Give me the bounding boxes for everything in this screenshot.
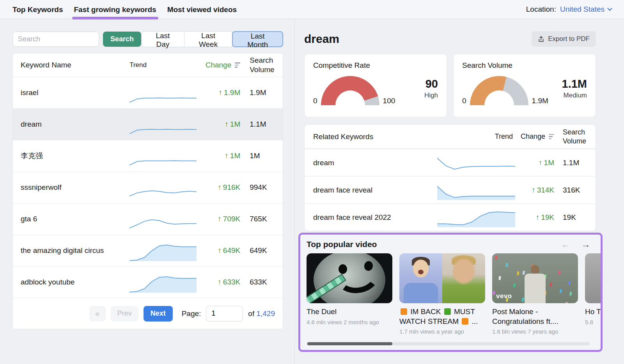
trend-sparkline [129,148,197,166]
smiley-mask-graphic [314,253,385,303]
search-button[interactable]: Search [103,32,141,47]
up-arrow-icon: ↑ [218,278,222,286]
panel-divider [294,19,295,364]
gauge-value: 1.1M [562,78,587,90]
video-title[interactable]: The Duel [307,307,392,317]
search-input[interactable] [12,32,99,47]
carousel-forward-arrow-icon[interactable]: → [581,240,590,249]
page-number-input[interactable] [206,306,243,322]
gauge-level: High [424,92,438,99]
keyword-name: dream face reveal [313,186,433,194]
filter-last-month[interactable]: Last Month [232,31,283,47]
related-keywords-header: Related Keywords Trend Change Search Vol… [305,125,596,149]
trend-sparkline [129,275,197,293]
page-total: of 1,429 [248,309,275,318]
streamer-left-graphic [399,253,442,303]
export-label: Export to PDF [548,35,590,43]
video-thumbnail[interactable] [585,253,603,303]
video-card[interactable]: IM BACK MUST WATCH STREAM ... 1.7 mln vi… [399,253,485,335]
related-keyword-row[interactable]: dream ↑1M 1.1M [305,149,596,176]
related-keyword-row[interactable]: dream face reveal ↑314K 316K [305,176,596,203]
page-label: Page: [182,309,201,318]
detail-header: dream Export to PDF [304,30,596,48]
sort-descending-icon[interactable] [549,134,554,140]
video-card[interactable]: Ho TO 5.8 [585,253,603,335]
prev-page-button[interactable]: Prev [111,306,138,322]
sort-descending-icon[interactable] [235,62,240,68]
header-change-label: Change [521,133,545,141]
up-arrow-icon: ↑ [218,246,222,255]
location-selector[interactable]: Location: United States [526,5,612,14]
up-arrow-icon: ↑ [225,152,229,160]
video-title[interactable]: Ho TO [585,307,603,317]
video-title[interactable]: IM BACK MUST WATCH STREAM ... [399,307,485,326]
related-keywords-card: Related Keywords Trend Change Search Vol… [304,124,596,231]
search-volume-value: 765K [240,215,277,223]
gauge-value: 90 [424,78,438,90]
up-arrow-icon: ↑ [225,120,229,129]
related-keyword-row[interactable]: dream face reveal 2022 ↑19K 19K [305,203,596,231]
section-title: Top popular video [307,240,377,249]
table-row-selected[interactable]: dream ↑1M 1.1M [13,108,283,140]
keyword-name: dream face reveal 2022 [313,213,433,222]
keyword-name: dream [21,120,129,129]
header-trend: Trend [129,61,199,69]
keyword-name: dream [313,159,433,167]
trend-sparkline [129,212,197,230]
keyword-name: adblock youtube [21,278,129,286]
export-icon [538,36,544,42]
table-row[interactable]: 李克强 ↑1M 1M [13,140,283,171]
keyword-name: israel [21,88,129,97]
search-volume-value: 649K [240,246,277,255]
trend-sparkline [437,210,515,227]
change-value: ↑633K [200,278,241,286]
filter-last-day[interactable]: Last Day [141,31,184,47]
up-arrow-icon: ↑ [218,183,222,192]
export-to-pdf-button[interactable]: Export to PDF [532,31,596,47]
location-label: Location: [526,5,556,14]
confetti-graphic [495,256,498,260]
change-value: ↑709K [200,215,241,223]
search-volume-value: 1.1M [554,159,587,167]
video-meta: 4.6 mln views 2 months ago [307,319,392,325]
tab-top-keywords[interactable]: Top Keywords [12,0,63,19]
change-value: ↑1M [200,120,241,129]
search-volume-value: 1M [240,152,277,160]
search-volume-value: 1.9M [240,88,277,97]
video-meta: 1.7 mln views a year ago [399,328,485,335]
carousel-back-arrow-icon[interactable]: ← [561,240,570,249]
scrollbar-thumb[interactable] [307,342,392,345]
location-value[interactable]: United States [560,5,604,14]
video-title[interactable]: Post Malone - Congratulations ft.... [492,307,578,326]
tab-fast-growing-keywords[interactable]: Fast growing keywords [74,0,156,19]
video-thumbnail[interactable]: vevo [492,253,578,303]
header-change[interactable]: Change [200,61,241,69]
top-navigation: Top Keywords Fast growing keywords Most … [0,0,624,19]
table-row[interactable]: sssniperwolf ↑916K 994K [13,171,283,203]
video-thumbnail[interactable] [307,253,392,303]
filter-last-week[interactable]: Last Week [184,31,232,47]
video-card[interactable]: vevo Post Malone - Congratulations ft...… [492,253,578,335]
table-row[interactable]: the amazing digital circus ↑649K 649K [13,235,283,266]
next-page-button[interactable]: Next [144,306,173,322]
top-popular-video-section: Top popular video ← → The Duel 4.6 mln v… [298,233,603,352]
carousel-scrollbar[interactable] [307,342,590,345]
table-row[interactable]: gta 6 ↑709K 765K [13,203,283,235]
search-row: Search Last Day Last Week Last Month [12,31,283,47]
gauge-min-label: 0 [313,97,317,105]
search-volume-value: 316K [554,186,587,194]
header-search-volume: Search Volume [554,128,587,145]
video-thumbnail[interactable] [399,253,485,303]
chevron-down-icon [607,6,612,11]
video-card[interactable]: The Duel 4.6 mln views 2 months ago [307,253,392,335]
header-trend: Trend [433,133,515,141]
header-change[interactable]: Change [515,133,554,141]
table-row[interactable]: adblock youtube ↑633K 633K [13,266,283,298]
trend-sparkline [437,183,515,200]
table-row[interactable]: israel ↑1.9M 1.9M [13,77,283,108]
first-page-button[interactable]: « [89,306,106,322]
total-pages-link[interactable]: 1,429 [256,309,275,318]
change-value: ↑916K [200,183,241,192]
page-title: dream [304,32,339,46]
tab-most-viewed-videos[interactable]: Most viewed videos [167,0,237,19]
